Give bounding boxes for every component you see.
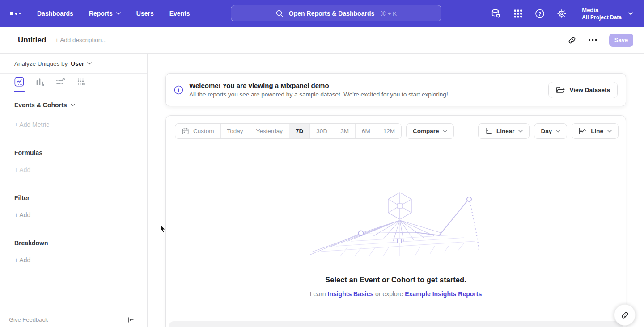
sidebar-footer: Give Feedback [0, 312, 147, 327]
folder-icon [556, 86, 565, 94]
banner-subtitle: All the reports you see are powered by a… [189, 91, 448, 98]
events-cohorts-label: Events & Cohorts [14, 101, 67, 109]
date-range-12m[interactable]: 12M [377, 124, 401, 138]
tab-flow[interactable] [55, 77, 65, 92]
query-builder-sidebar: Analyze Uniques by User [0, 54, 148, 327]
tab-line-chart[interactable] [14, 77, 24, 92]
nav-reports[interactable]: Reports [89, 10, 121, 17]
chart-display-controls: Linear Day Line [478, 123, 619, 139]
line-chart-icon [14, 77, 24, 87]
search-placeholder: Open Reports & Dashboards [289, 10, 374, 17]
nav-right-group: ? Media All Project Data [491, 6, 633, 21]
chart-type-dropdown[interactable]: Line [572, 123, 619, 139]
date-range-control: Custom Today Yesterday 7D 30D 3M 6M 12M [175, 123, 402, 139]
apps-grid-icon[interactable] [513, 8, 523, 19]
date-range-30d[interactable]: 30D [310, 124, 334, 138]
view-datasets-button[interactable]: View Datasets [548, 82, 618, 98]
breakdown-label: Breakdown [14, 239, 48, 247]
collapse-icon [127, 316, 135, 324]
compare-dropdown[interactable]: Compare [406, 123, 454, 139]
nav-reports-label: Reports [89, 10, 113, 17]
bar-chart-icon [35, 77, 45, 87]
search-shortcut: ⌘ + K [380, 10, 397, 17]
data-management-icon[interactable] [491, 8, 501, 19]
date-range-6m[interactable]: 6M [356, 124, 377, 138]
collapse-sidebar-button[interactable] [127, 316, 135, 324]
global-search-input[interactable]: Open Reports & Dashboards ⌘ + K [231, 5, 441, 21]
add-description[interactable]: + Add description... [55, 37, 106, 43]
help-icon[interactable]: ? [534, 8, 545, 19]
trend-line-icon [578, 127, 587, 135]
formulas-section: Formulas [14, 149, 147, 156]
chevron-down-icon [116, 12, 121, 15]
add-formula-button[interactable]: + Add [14, 166, 30, 173]
report-actions: Save [568, 34, 633, 47]
project-name: Media [582, 6, 622, 14]
scale-label: Linear [496, 128, 515, 134]
date-range-3m[interactable]: 3M [334, 124, 356, 138]
interval-label: Day [541, 128, 552, 134]
empty-state: Select an Event or Cohort to get started… [166, 189, 626, 298]
metrics-icon [76, 77, 86, 87]
ellipsis-icon [589, 39, 597, 41]
analyze-value-dropdown[interactable]: User [71, 60, 92, 67]
project-switcher[interactable]: Media All Project Data [582, 6, 633, 21]
date-range-custom[interactable]: Custom [175, 124, 221, 138]
table-section-top [169, 321, 623, 327]
empty-state-illustration [308, 189, 483, 257]
chevron-down-icon [556, 130, 560, 133]
add-breakdown-button[interactable]: + Add [14, 256, 30, 264]
report-header: Untitled + Add description... Save [0, 27, 644, 54]
link-icon [568, 36, 576, 45]
chevron-down-icon [443, 130, 447, 133]
give-feedback-link[interactable]: Give Feedback [9, 316, 48, 323]
formulas-label: Formulas [14, 149, 42, 156]
add-filter-button[interactable]: + Add [14, 211, 30, 218]
settings-gear-icon[interactable] [556, 8, 567, 19]
date-range-7d[interactable]: 7D [289, 124, 310, 138]
interval-dropdown[interactable]: Day [534, 123, 567, 139]
breakdown-section: Breakdown [14, 239, 147, 247]
learn-text: Learn [310, 290, 326, 298]
svg-text:?: ? [538, 11, 542, 16]
banner-title: Welcome! You are viewing a Mixpanel demo [189, 82, 448, 89]
filter-section: Filter [14, 194, 147, 201]
copy-link-button[interactable] [568, 36, 576, 45]
nav-dashboards[interactable]: Dashboards [37, 10, 73, 17]
chevron-down-icon [607, 130, 612, 133]
nav-events[interactable]: Events [169, 10, 190, 17]
date-range-yesterday[interactable]: Yesterday [250, 124, 290, 138]
chart-controls: Custom Today Yesterday 7D 30D 3M 6M 12M … [166, 116, 626, 139]
chevron-down-icon [518, 130, 523, 133]
date-range-today[interactable]: Today [221, 124, 250, 138]
chevron-down-icon [87, 62, 92, 65]
events-cohorts-section[interactable]: Events & Cohorts [14, 101, 147, 109]
report-main: Welcome! You are viewing a Mixpanel demo… [148, 54, 644, 327]
share-link-fab[interactable] [614, 304, 636, 326]
primary-nav: Dashboards Reports Users Events [37, 10, 206, 17]
save-button[interactable]: Save [609, 34, 633, 47]
example-insights-reports-link[interactable]: Example Insights Reports [405, 290, 482, 298]
analyze-row: Analyze Uniques by User [0, 54, 147, 74]
project-scope: All Project Data [582, 14, 622, 21]
date-range-label: Custom [193, 128, 214, 134]
insights-chart-card: Custom Today Yesterday 7D 30D 3M 6M 12M … [165, 115, 626, 327]
tab-metrics[interactable] [76, 77, 86, 92]
more-options-button[interactable] [589, 39, 597, 41]
chevron-down-icon [628, 12, 633, 15]
nav-users[interactable]: Users [136, 10, 154, 17]
welcome-banner: Welcome! You are viewing a Mixpanel demo… [165, 73, 626, 106]
scale-dropdown[interactable]: Linear [478, 123, 530, 139]
mixpanel-logo[interactable] [10, 12, 21, 15]
view-datasets-label: View Datasets [569, 87, 610, 93]
tab-bar-chart[interactable] [35, 77, 45, 92]
search-icon [275, 9, 284, 17]
or-explore-text: or explore [375, 290, 403, 298]
report-title[interactable]: Untitled [18, 36, 46, 45]
visualization-tabs [0, 74, 147, 92]
analyze-label: Analyze Uniques by [14, 60, 68, 67]
add-metric-button[interactable]: + Add Metric [14, 121, 49, 128]
calendar-icon [182, 127, 189, 135]
insights-basics-link[interactable]: Insights Basics [328, 290, 374, 298]
empty-state-links: Learn Insights Basics or explore Example… [310, 290, 482, 298]
